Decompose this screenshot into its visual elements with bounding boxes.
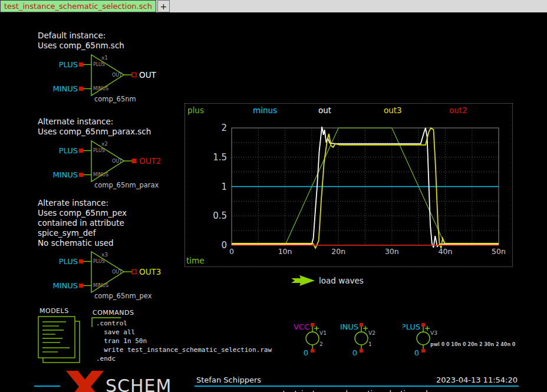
terminal-bottom[interactable] <box>360 349 363 353</box>
trace-out3 <box>232 128 499 248</box>
vsource-v3[interactable]: PLUS 0 V3 pwl 0 0 10n 0 20n 2 30n 2 40n … <box>403 322 544 357</box>
net-label-plus[interactable]: PLUS <box>59 60 78 69</box>
tab-bar: test_instance_schematic_selection.sch + <box>0 0 547 13</box>
x-tick-label: 50n <box>492 247 506 256</box>
pin-out[interactable] <box>132 159 136 163</box>
title-date[interactable]: 2023-04-13 11:54:20 <box>423 375 518 384</box>
pin-name-plus: PLUS <box>93 62 105 67</box>
pin-out[interactable] <box>132 270 136 274</box>
title-divider-left <box>34 386 60 387</box>
instance-designator[interactable]: x2 <box>101 141 108 147</box>
pin-name-minus: MINUS <box>93 86 108 91</box>
models-icon[interactable] <box>35 314 88 365</box>
instance-designator[interactable]: x3 <box>101 252 108 258</box>
net-label-minus[interactable]: MINUS <box>341 322 358 331</box>
tab-label: test_instance_schematic_selection.sch <box>4 2 152 11</box>
terminal-top[interactable] <box>360 323 363 327</box>
net-label-plus[interactable]: PLUS <box>59 146 78 155</box>
x-tick-label: 10n <box>278 247 292 256</box>
net-label-gnd[interactable]: 0 <box>352 348 357 357</box>
symbol-name[interactable]: comp_65nm <box>94 95 136 103</box>
comparator-instance-x1[interactable]: PLUS MINUS PLUS MINUS OUT x1 OUT comp_65… <box>35 51 190 107</box>
x-tick-label: 20n <box>331 247 345 256</box>
pin-name-minus: MINUS <box>93 283 108 288</box>
source-circle[interactable] <box>306 332 319 345</box>
load-waves-launcher[interactable] <box>290 275 317 286</box>
pin-name-plus: PLUS <box>93 148 105 153</box>
net-label-out2[interactable]: OUT2 <box>139 156 161 166</box>
terminal-minus[interactable] <box>79 284 83 288</box>
source-name[interactable]: V1 <box>319 330 327 336</box>
source-name[interactable]: V3 <box>430 330 437 336</box>
pin-name-out: OUT <box>112 73 122 78</box>
title-filename[interactable]: test_instance_schematic_selection.sch <box>195 389 519 392</box>
net-label-minus[interactable]: MINUS <box>52 84 78 93</box>
terminal-minus[interactable] <box>79 87 83 91</box>
graph-x-axis-label: time <box>186 256 205 265</box>
launcher-arrow-icon[interactable] <box>291 275 315 286</box>
source-name[interactable]: V2 <box>368 330 375 336</box>
net-label-plus[interactable]: PLUS <box>59 257 78 266</box>
terminal-top[interactable] <box>421 323 425 327</box>
terminal-bottom[interactable] <box>421 349 425 353</box>
net-label-gnd[interactable]: 0 <box>304 348 308 357</box>
terminal-plus[interactable] <box>79 259 83 263</box>
instance-3-note[interactable]: Alterate instance: Uses comp_65nm_pex co… <box>38 198 127 248</box>
symbol-name[interactable]: comp_65nm_parax <box>94 181 159 189</box>
waveform-graph[interactable]: plusminusoutout3out2 010n20n30n40n50n00.… <box>184 103 513 267</box>
y-tick-label: 1.5 <box>213 152 227 163</box>
schematic-canvas[interactable]: Default instance: Uses comp_65nm.sch PLU… <box>0 13 547 392</box>
terminal-bottom[interactable] <box>311 349 314 353</box>
terminal-plus[interactable] <box>79 149 83 153</box>
pin-name-minus: MINUS <box>93 172 108 177</box>
net-label-out3[interactable]: OUT3 <box>139 267 161 276</box>
source-value-pwl[interactable]: pwl 0 0 10n 0 20n 2 30n 2 40n 0 <box>430 342 516 347</box>
new-tab-button[interactable]: + <box>157 0 170 12</box>
y-tick-label: 0.5 <box>213 210 227 221</box>
terminal-top[interactable] <box>311 323 314 327</box>
net-label-minus[interactable]: MINUS <box>52 170 78 179</box>
instance-designator[interactable]: x1 <box>101 55 108 61</box>
comparator-instance-x3[interactable]: PLUS MINUS PLUS MINUS OUT x3 OUT3 comp_6… <box>35 248 190 304</box>
x-tick-label: 40n <box>438 247 452 256</box>
instance-1-note[interactable]: Default instance: Uses comp_65nm.sch <box>38 31 124 51</box>
xschem-logo-x <box>61 370 108 392</box>
title-divider <box>195 386 519 387</box>
terminal-plus[interactable] <box>79 62 83 67</box>
y-tick-label: 2 <box>221 123 227 133</box>
title-author[interactable]: Stefan Schippers <box>196 375 261 384</box>
y-tick-label: 1 <box>221 182 227 192</box>
load-waves-label[interactable]: load waves <box>319 276 364 285</box>
net-label-out[interactable]: OUT <box>139 70 157 80</box>
instance-2-note[interactable]: Alternate instance: Uses comp_65nm_parax… <box>38 117 151 137</box>
x-tick-label: 0 <box>229 247 234 256</box>
source-circle[interactable] <box>355 332 368 345</box>
comparator-instance-x2[interactable]: PLUS MINUS PLUS MINUS OUT x2 OUT2 comp_6… <box>35 137 190 193</box>
terminal-minus[interactable] <box>79 173 83 177</box>
net-label-gnd[interactable]: 0 <box>414 348 419 357</box>
y-tick-label: 0 <box>221 240 227 251</box>
spice-commands-text[interactable]: .control save all tran 1n 50n write test… <box>96 319 272 363</box>
pin-out[interactable] <box>132 73 136 77</box>
net-label-vcc[interactable]: VCC <box>294 322 309 331</box>
source-circle[interactable] <box>417 332 430 345</box>
tab-current-file[interactable]: test_instance_schematic_selection.sch <box>0 0 156 12</box>
pin-name-out: OUT <box>112 159 122 164</box>
graph-plot-area[interactable]: 010n20n30n40n50n00.511.52 <box>185 104 512 266</box>
source-value[interactable]: 2 <box>319 341 323 347</box>
x-tick-label: 30n <box>385 247 399 256</box>
xschem-logo-text: SCHEM <box>106 375 172 392</box>
plus-icon: + <box>160 2 167 11</box>
net-label-minus[interactable]: MINUS <box>52 281 78 290</box>
pin-name-out: OUT <box>112 269 122 275</box>
pin-name-plus: PLUS <box>93 259 105 264</box>
source-value[interactable]: 1 <box>368 341 372 347</box>
net-label-plus[interactable]: PLUS <box>403 322 420 331</box>
symbol-name[interactable]: comp_65nm_pex <box>94 292 152 300</box>
